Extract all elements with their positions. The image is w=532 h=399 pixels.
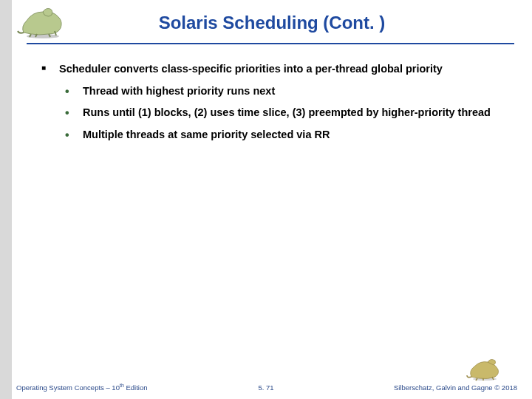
title-underline [27, 43, 514, 44]
footer-copyright: Silberschatz, Galvin and Gagne © 2018 [394, 383, 517, 392]
left-margin-strip [0, 0, 12, 399]
slide-content: Scheduler converts class-specific priori… [41, 62, 499, 149]
slide-footer: Operating System Concepts – 10th Edition… [0, 372, 532, 399]
sub-bullet-item: Runs until (1) blocks, (2) uses time sli… [65, 106, 499, 120]
title-row: Solaris Scheduling (Cont. ) [12, 6, 532, 40]
bullet-item: Scheduler converts class-specific priori… [41, 62, 499, 142]
dinosaur-top-icon [16, 4, 69, 38]
bullet-text: Scheduler converts class-specific priori… [59, 63, 443, 75]
sub-bullet-item: Thread with highest priority runs next [65, 84, 499, 99]
sub-bullet-text: Thread with highest priority runs next [83, 85, 275, 97]
slide-header: Solaris Scheduling (Cont. ) [12, 0, 532, 44]
bullet-list-level1: Scheduler converts class-specific priori… [41, 62, 499, 142]
sub-bullet-item: Multiple threads at same priority select… [65, 128, 499, 143]
sub-bullet-text: Multiple threads at same priority select… [83, 129, 330, 140]
slide-title: Solaris Scheduling (Cont. ) [159, 13, 386, 33]
sub-bullet-text: Runs until (1) blocks, (2) uses time sli… [83, 106, 491, 118]
bullet-list-level2: Thread with highest priority runs next R… [59, 84, 499, 143]
